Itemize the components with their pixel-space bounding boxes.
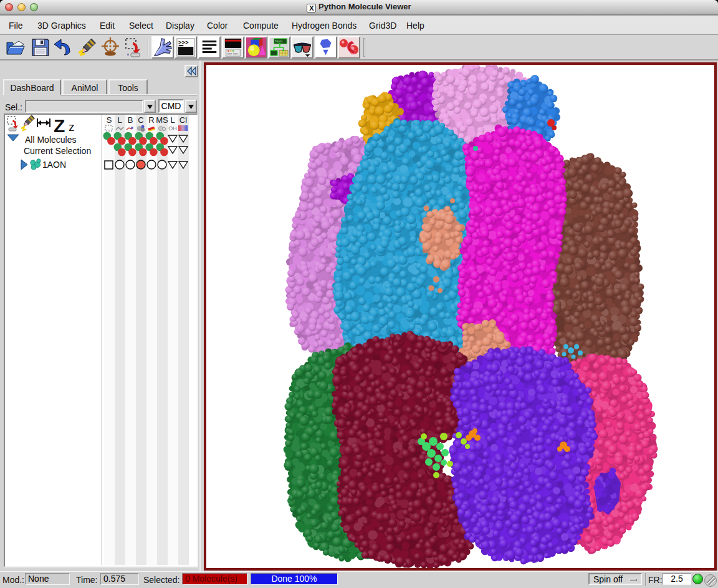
svg-text:C: C: [138, 115, 143, 125]
svg-text:OH: OH: [168, 125, 177, 132]
svg-text:Num: Num: [275, 39, 282, 43]
svg-text:B: B: [128, 115, 133, 125]
svg-text:All Molecules: All Molecules: [25, 135, 76, 145]
svg-text:L: L: [117, 115, 122, 125]
svg-text:Cl: Cl: [180, 115, 187, 125]
svg-text:R: R: [148, 115, 154, 125]
svg-text:1AON: 1AON: [42, 160, 66, 170]
svg-text:z: z: [69, 120, 75, 133]
svg-text:Current Selection: Current Selection: [24, 146, 91, 156]
svg-text:L: L: [170, 115, 175, 125]
svg-text:S: S: [107, 115, 112, 125]
svg-text:MS: MS: [156, 115, 168, 125]
svg-text:Z: Z: [54, 115, 65, 136]
